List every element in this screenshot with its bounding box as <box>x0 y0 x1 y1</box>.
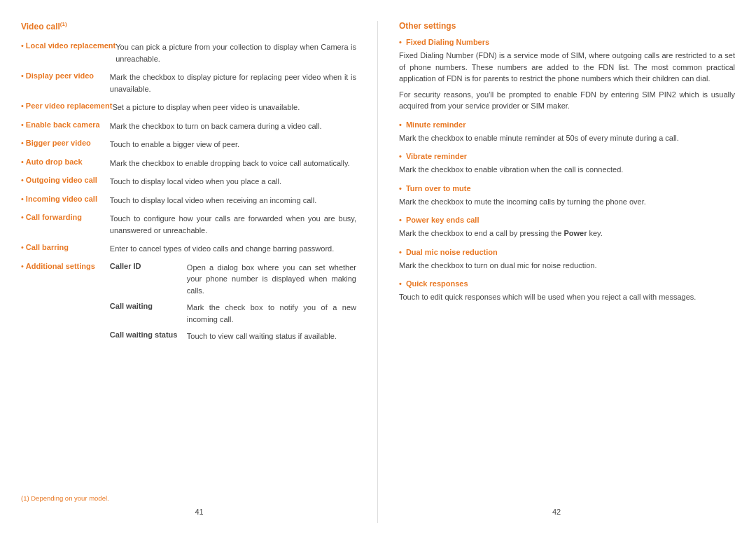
title-quick-responses: • Quick responses <box>399 279 735 288</box>
text-quick-responses: Touch to edit quick responses which will… <box>399 291 735 303</box>
bullet-icon: • <box>21 262 24 270</box>
text-minute-reminder: Mark the checkbox to enable minute remin… <box>399 132 735 144</box>
bullet-icon: • <box>21 102 24 110</box>
title-vibrate-reminder: • Vibrate reminder <box>399 152 735 160</box>
title-power-key: • Power key ends call <box>399 216 735 224</box>
def-enable-back-camera: Mark the checkbox to turn on back camera… <box>110 120 322 132</box>
sub-entry-caller-id: Caller ID Open a dialog box where you ca… <box>110 262 356 297</box>
entry-call-forwarding: • Call forwarding Touch to configure how… <box>21 213 356 236</box>
section-quick-responses: • Quick responses Touch to edit quick re… <box>399 279 735 303</box>
bullet-icon: • <box>21 243 24 251</box>
def-bigger-peer-video: Touch to enable a bigger view of peer. <box>110 139 239 151</box>
term-peer-video-replacement: Peer video replacement <box>26 102 113 110</box>
def-local-video: You can pick a picture from your collect… <box>115 41 356 64</box>
section-power-key: • Power key ends call Mark the checkbox … <box>399 216 735 239</box>
entry-enable-back-camera: • Enable back camera Mark the checkbox t… <box>21 120 356 132</box>
entry-display-peer: • Display peer video Mark the checkbox t… <box>21 71 356 95</box>
text-power-key: Mark the checkbox to end a call by press… <box>399 228 735 239</box>
term-outgoing-video-call: Outgoing video call <box>26 176 110 184</box>
term-auto-drop-back: Auto drop back <box>26 158 110 166</box>
def-display-peer: Mark the checkbox to display picture for… <box>110 71 356 95</box>
term-additional-settings: Additional settings <box>26 262 110 270</box>
label-caller-id: Caller ID <box>110 262 187 270</box>
title-turn-over-mute: • Turn over to mute <box>399 184 735 193</box>
bullet-icon: • <box>21 41 24 50</box>
term-local-video: Local video replacement <box>26 41 115 50</box>
label-call-waiting-status: Call waiting status <box>110 330 187 339</box>
label-call-waiting: Call waiting <box>110 302 187 310</box>
term-display-peer: Display peer video <box>26 71 110 80</box>
term-enable-back-camera: Enable back camera <box>26 120 110 129</box>
bullet-icon: • <box>399 38 402 46</box>
left-title-text: Video call <box>21 22 60 32</box>
right-page: Other settings • Fixed Dialing Numbers F… <box>378 21 735 523</box>
right-page-title: Other settings <box>399 21 735 31</box>
bullet-icon: • <box>21 71 24 80</box>
text-fixed-dialing-2: For security reasons, you'll be prompted… <box>399 89 735 112</box>
bullet-icon: • <box>21 213 24 221</box>
bullet-icon: • <box>399 248 402 256</box>
term-incoming-video-call: Incoming video call <box>26 195 110 203</box>
footnote: (1) Depending on your model. <box>21 494 109 502</box>
title-dual-mic: • Dual mic noise reduction <box>399 248 735 256</box>
entry-incoming-video-call: • Incoming video call Touch to display l… <box>21 195 356 207</box>
page-number-left: 41 <box>195 508 203 516</box>
title-minute-reminder: • Minute reminder <box>399 120 735 129</box>
def-call-forwarding: Touch to configure how your calls are fo… <box>110 213 356 236</box>
page-number-right: 42 <box>552 508 561 516</box>
section-dual-mic: • Dual mic noise reduction Mark the chec… <box>399 248 735 272</box>
bullet-icon: • <box>21 195 24 203</box>
def-peer-video-replacement: Set a picture to display when peer video… <box>112 102 300 113</box>
term-call-barring: Call barring <box>26 243 110 251</box>
term-call-forwarding: Call forwarding <box>26 213 110 221</box>
left-page: Video call(1) • Local video replacement … <box>21 21 378 523</box>
entry-call-barring: • Call barring Enter to cancel types of … <box>21 243 356 255</box>
def-call-barring: Enter to cancel types of video calls and… <box>110 243 334 255</box>
bullet-icon: • <box>399 184 402 193</box>
sub-entry-call-waiting-status: Call waiting status Touch to view call w… <box>110 330 356 342</box>
desc-call-waiting-status: Touch to view call waiting status if ava… <box>187 330 337 342</box>
bullet-icon: • <box>399 152 402 160</box>
text-turn-over-mute: Mark the checkbox to mute the incoming c… <box>399 196 735 208</box>
section-vibrate-reminder: • Vibrate reminder Mark the checkbox to … <box>399 152 735 176</box>
bullet-icon: • <box>399 120 402 129</box>
def-outgoing-video-call: Touch to display local video when you pl… <box>110 176 281 188</box>
entry-local-video: • Local video replacement You can pick a… <box>21 41 356 64</box>
bullet-icon: • <box>21 158 24 166</box>
title-fixed-dialing: • Fixed Dialing Numbers <box>399 38 735 46</box>
bullet-icon: • <box>21 120 24 129</box>
def-auto-drop-back: Mark the checkbox to enable dropping bac… <box>110 158 350 169</box>
text-dual-mic: Mark the checkbox to turn on dual mic fo… <box>399 260 735 272</box>
entry-peer-video-replacement: • Peer video replacement Set a picture t… <box>21 102 356 113</box>
entry-outgoing-video-call: • Outgoing video call Touch to display l… <box>21 176 356 188</box>
text-vibrate-reminder: Mark the checkbox to enable vibration wh… <box>399 164 735 176</box>
left-title-superscript: (1) <box>60 21 67 27</box>
section-fixed-dialing: • Fixed Dialing Numbers Fixed Dialing Nu… <box>399 38 735 112</box>
bullet-icon: • <box>399 216 402 224</box>
term-bigger-peer-video: Bigger peer video <box>26 139 110 147</box>
entry-bigger-peer-video: • Bigger peer video Touch to enable a bi… <box>21 139 356 151</box>
section-turn-over-mute: • Turn over to mute Mark the checkbox to… <box>399 184 735 208</box>
section-minute-reminder: • Minute reminder Mark the checkbox to e… <box>399 120 735 144</box>
sub-entry-call-waiting: Call waiting Mark the check box to notif… <box>110 302 356 325</box>
bullet-icon: • <box>21 176 24 184</box>
desc-caller-id: Open a dialog box where you can set whet… <box>187 262 356 297</box>
def-incoming-video-call: Touch to display local video when receiv… <box>110 195 316 207</box>
entry-additional-settings: • Additional settings Caller ID Open a d… <box>21 262 356 348</box>
entry-auto-drop-back: • Auto drop back Mark the checkbox to en… <box>21 158 356 169</box>
desc-call-waiting: Mark the check box to notify you of a ne… <box>187 302 356 325</box>
bullet-icon: • <box>399 279 402 288</box>
left-page-title: Video call(1) <box>21 21 356 32</box>
additional-settings-content: Caller ID Open a dialog box where you ca… <box>110 262 356 348</box>
bullet-icon: • <box>21 139 24 147</box>
text-fixed-dialing-1: Fixed Dialing Number (FDN) is a service … <box>399 50 735 85</box>
